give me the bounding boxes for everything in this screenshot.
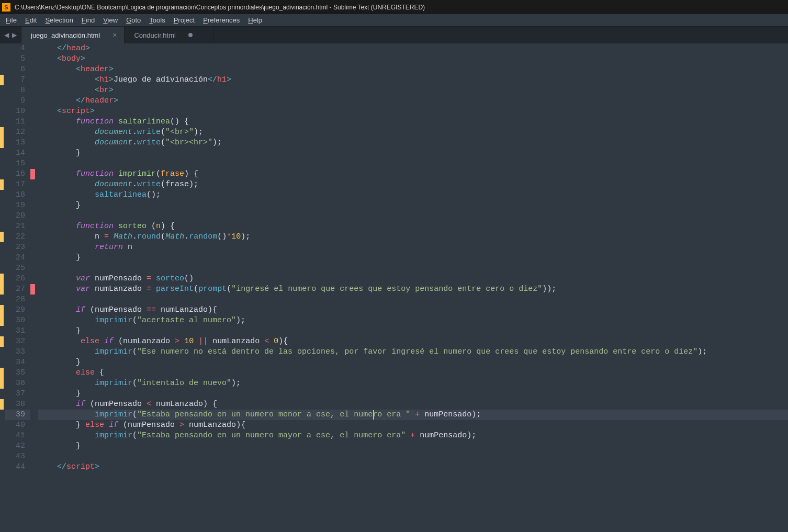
line-number[interactable]: 40 [5,420,30,431]
code-line[interactable]: </header> [38,96,788,106]
line-number[interactable]: 27 [5,284,30,295]
line-number[interactable]: 9 [5,96,30,106]
line-number[interactable]: 4 [5,43,30,54]
code-line[interactable] [38,263,788,274]
menu-view[interactable]: View [99,15,121,25]
line-number[interactable]: 20 [5,211,30,221]
code-line[interactable]: n = Math.round(Math.random()*10); [38,232,788,242]
code-line[interactable]: } else if (numPensado > numLanzado){ [38,420,788,431]
code-line[interactable]: document.write("<br>"); [38,127,788,138]
menu-file[interactable]: File [2,15,20,25]
nav-forward-icon[interactable]: ▶ [12,31,17,39]
line-number[interactable]: 34 [5,357,30,368]
code-line[interactable] [38,159,788,169]
code-area[interactable]: </head> <body> <header> <h1>Juego de adi… [35,43,788,532]
code-line[interactable]: } [38,389,788,399]
close-icon[interactable]: × [112,31,117,39]
line-number[interactable]: 28 [5,295,30,305]
line-number[interactable]: 37 [5,389,30,399]
code-line[interactable]: } [38,441,788,451]
code-line[interactable]: function sorteo (n) { [38,221,788,232]
code-line[interactable]: <br> [38,85,788,96]
line-number[interactable]: 21 [5,221,30,232]
line-number[interactable]: 6 [5,64,30,75]
line-number[interactable]: 42 [5,441,30,451]
line-number[interactable]: 12 [5,127,30,138]
code-line[interactable]: </head> [38,43,788,54]
code-line[interactable]: <header> [38,64,788,75]
code-line[interactable]: imprimir("Ese numero no está dentro de l… [38,347,788,357]
code-line[interactable]: } [38,148,788,159]
line-number[interactable]: 38 [5,399,30,410]
line-number[interactable]: 29 [5,305,30,315]
code-line[interactable]: } [38,326,788,336]
code-line[interactable]: imprimir("Estaba pensando en un numero m… [38,431,788,441]
code-line[interactable]: imprimir("Estaba pensando en un numero m… [38,410,788,420]
line-number[interactable]: 23 [5,242,30,253]
line-number[interactable]: 36 [5,378,30,389]
code-line[interactable]: function imprimir(frase) { [38,169,788,179]
line-number[interactable]: 24 [5,253,30,263]
menu-selection[interactable]: Selection [41,15,76,25]
menu-tools[interactable]: Tools [145,15,168,25]
line-number[interactable]: 14 [5,148,30,159]
line-number[interactable]: 30 [5,315,30,326]
tab[interactable]: Conducir.html [125,27,213,43]
line-number[interactable]: 33 [5,347,30,357]
code-line[interactable]: return n [38,242,788,253]
line-number[interactable]: 13 [5,138,30,148]
line-number[interactable]: 32 [5,336,30,347]
code-line[interactable] [38,451,788,462]
code-line[interactable] [38,295,788,305]
code-line[interactable]: function saltarlinea() { [38,117,788,127]
tab-dirty-icon[interactable] [188,33,193,37]
code-line[interactable]: <body> [38,54,788,64]
code-line[interactable]: var numPensado = sorteo() [38,274,788,284]
line-number[interactable]: 5 [5,54,30,64]
code-line[interactable]: imprimir("acertaste al numero"); [38,315,788,326]
code-line[interactable]: document.write(frase); [38,179,788,190]
menu-help[interactable]: Help [244,15,266,25]
line-number[interactable]: 15 [5,159,30,169]
line-number[interactable]: 11 [5,117,30,127]
code-line[interactable]: else if (numLanzado > 10 || numLanzado <… [38,336,788,347]
line-number[interactable]: 22 [5,232,30,242]
line-number[interactable]: 8 [5,85,30,96]
line-number[interactable]: 31 [5,326,30,336]
line-gutter[interactable]: 4567891011121314151617181920212223242526… [5,43,30,532]
code-line[interactable]: </script> [38,462,788,472]
line-number[interactable]: 44 [5,462,30,472]
line-number[interactable]: 10 [5,106,30,117]
code-line[interactable]: } [38,253,788,263]
line-number[interactable]: 43 [5,451,30,462]
line-number[interactable]: 17 [5,179,30,190]
code-line[interactable]: saltarlinea(); [38,190,788,200]
menu-find[interactable]: Find [78,15,98,25]
code-line[interactable]: else { [38,368,788,378]
code-line[interactable]: if (numPensado < numLanzado) { [38,399,788,410]
nav-back-icon[interactable]: ◀ [4,31,9,39]
menu-goto[interactable]: Goto [122,15,144,25]
code-line[interactable] [38,211,788,221]
line-number[interactable]: 25 [5,263,30,274]
line-number[interactable]: 16 [5,169,30,179]
code-line[interactable]: document.write("<br><hr>"); [38,138,788,148]
code-line[interactable]: var numLanzado = parseInt(prompt("ingres… [38,284,788,295]
line-number[interactable]: 7 [5,75,30,85]
menu-project[interactable]: Project [170,15,198,25]
code-line[interactable]: <h1>Juego de adivinación</h1> [38,75,788,85]
line-number[interactable]: 19 [5,200,30,211]
menu-preferences[interactable]: Preferences [199,15,243,25]
tab[interactable]: juego_adivinación.html× [21,27,125,43]
code-line[interactable]: imprimir("intentalo de nuevo"); [38,378,788,389]
code-line[interactable]: } [38,200,788,211]
code-line[interactable]: if (numPensado == numLanzado){ [38,305,788,315]
line-number[interactable]: 18 [5,190,30,200]
line-number[interactable]: 41 [5,431,30,441]
line-number[interactable]: 26 [5,274,30,284]
line-number[interactable]: 35 [5,368,30,378]
code-line[interactable]: } [38,357,788,368]
line-number[interactable]: 39 [5,410,30,420]
code-line[interactable]: <script> [38,106,788,117]
menu-edit[interactable]: Edit [21,15,40,25]
